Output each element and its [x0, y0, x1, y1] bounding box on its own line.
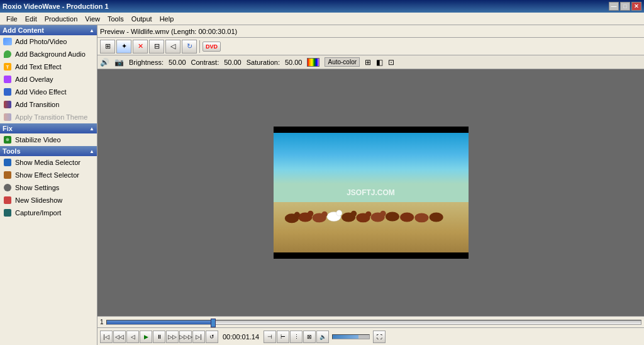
video-content: JSOFTJ.COM: [274, 127, 469, 259]
trans-theme-icon: [3, 112, 13, 122]
video-bottom-bar: [274, 252, 469, 259]
toolbar-btn-prev[interactable]: ◁: [165, 40, 180, 54]
add-photo-video-label: Add Photo/Video: [15, 38, 67, 45]
add-overlay-item[interactable]: Add Overlay: [0, 73, 97, 86]
add-video-effect-label: Add Video Effect: [15, 88, 67, 96]
stabilize-icon: ⊕: [3, 135, 13, 145]
go-end-button[interactable]: ▷|: [192, 331, 205, 343]
loop-button[interactable]: ↺: [206, 331, 218, 343]
maximize-button[interactable]: □: [620, 2, 630, 11]
show-media-selector-item[interactable]: Show Media Selector: [0, 156, 97, 169]
new-slideshow-label: New Slideshow: [15, 196, 62, 204]
capture-import-item[interactable]: Capture/Import: [0, 206, 97, 219]
show-media-selector-label: Show Media Selector: [15, 159, 80, 166]
left-panel: Add Content ▲ Add Photo/Video Add Backgr…: [0, 25, 97, 345]
add-background-audio-item[interactable]: Add Background Audio: [0, 48, 97, 60]
toolbar-btn-split[interactable]: ⊟: [149, 40, 164, 54]
capture-icon: [3, 208, 13, 218]
preview-toolbar: ⊞ ✦ ✕ ⊟ ◁ ↻ DVD: [97, 38, 644, 55]
svg-point-10: [430, 213, 443, 222]
stabilize-video-label: Stabilize Video: [15, 136, 61, 144]
add-overlay-label: Add Overlay: [15, 76, 53, 83]
toolbar-btn-1[interactable]: ⊞: [100, 40, 115, 54]
adj-icon-1[interactable]: ⊞: [365, 58, 371, 67]
add-content-section-header[interactable]: Add Content ▲: [0, 25, 97, 35]
new-slideshow-item[interactable]: New Slideshow: [0, 194, 97, 206]
volume-fill: [333, 335, 358, 339]
right-area: Preview - Wildlife.wmv (Length: 00:00:30…: [97, 25, 644, 345]
toolbar-btn-delete[interactable]: ✕: [133, 40, 148, 54]
auto-color-button[interactable]: Auto-color: [325, 57, 360, 67]
menu-view[interactable]: View: [81, 14, 104, 24]
seek-icon: 1: [100, 319, 104, 325]
app-title: Roxio VideoWave - Production 1: [3, 3, 109, 10]
fix-section-header[interactable]: Fix ▲: [0, 123, 97, 133]
fast-forward-button[interactable]: ▷▷▷: [179, 331, 192, 343]
svg-point-9: [414, 213, 428, 222]
split-button[interactable]: ⋮: [290, 331, 303, 343]
add-video-effect-item[interactable]: Add Video Effect: [0, 86, 97, 98]
dvd-button[interactable]: DVD: [203, 42, 221, 52]
menu-production[interactable]: Production: [41, 14, 82, 24]
seek-bar-row: 1: [97, 316, 644, 327]
svg-point-16: [365, 212, 371, 217]
fix-arrow: ▲: [89, 126, 94, 132]
brightness-value: 50.00: [169, 59, 186, 66]
mark-out-button[interactable]: ⊢: [277, 331, 289, 343]
show-settings-item[interactable]: Show Settings: [0, 181, 97, 194]
preview-area: JSOFTJ.COM: [97, 69, 644, 316]
svg-point-8: [400, 213, 414, 222]
pause-button[interactable]: ⏸: [153, 331, 165, 343]
stabilize-video-item[interactable]: ⊕ Stabilize Video: [0, 133, 97, 146]
toolbar-btn-rotate[interactable]: ↻: [182, 40, 197, 54]
video-watermark: JSOFTJ.COM: [347, 188, 395, 197]
menu-file[interactable]: File: [3, 14, 21, 24]
adj-icon-2[interactable]: ◧: [376, 58, 383, 67]
show-effect-selector-item[interactable]: Show Effect Selector: [0, 169, 97, 181]
step-back-button[interactable]: ◁◁: [113, 331, 126, 343]
apply-transition-theme-item[interactable]: Apply Transition Theme: [0, 111, 97, 123]
menu-bar: File Edit Production View Tools Output H…: [0, 13, 644, 25]
menu-tools[interactable]: Tools: [104, 14, 128, 24]
volume-bar[interactable]: [332, 334, 370, 339]
tools-section-header[interactable]: Tools ▲: [0, 146, 97, 156]
capture-import-label: Capture/Import: [15, 209, 61, 217]
video-effect-icon: [3, 87, 13, 97]
play-button[interactable]: ▶: [140, 331, 152, 343]
menu-edit[interactable]: Edit: [21, 14, 41, 24]
minimize-button[interactable]: —: [609, 2, 619, 11]
mark-in-button[interactable]: ⊣: [264, 331, 276, 343]
close-button[interactable]: ✕: [631, 2, 641, 11]
preview-header: Preview - Wildlife.wmv (Length: 00:00:30…: [97, 25, 644, 38]
speaker-icon[interactable]: 🔊: [100, 58, 109, 67]
contrast-label: Contrast:: [191, 59, 219, 66]
adj-icon-3[interactable]: ⊡: [388, 58, 394, 67]
seek-bar[interactable]: [106, 320, 641, 325]
main-layout: Add Content ▲ Add Photo/Video Add Backgr…: [0, 25, 644, 345]
saturation-label: Saturation:: [247, 59, 280, 66]
overlay-icon: [3, 74, 13, 84]
svg-point-12: [308, 211, 313, 217]
svg-point-15: [351, 211, 357, 217]
add-photo-video-item[interactable]: Add Photo/Video: [0, 35, 97, 48]
fullscreen-button[interactable]: ⛶: [373, 331, 386, 343]
step-forward-button[interactable]: ▷▷: [166, 331, 179, 343]
transition-icon: [3, 99, 13, 110]
apply-transition-theme-label: Apply Transition Theme: [15, 113, 87, 121]
seek-thumb[interactable]: [211, 319, 216, 327]
add-text-effect-label: Add Text Effect: [15, 63, 62, 71]
add-transition-item[interactable]: Add Transition: [0, 98, 97, 111]
add-text-effect-item[interactable]: T Add Text Effect: [0, 60, 97, 73]
menu-output[interactable]: Output: [128, 14, 156, 24]
play-back-button[interactable]: ◁: [126, 331, 139, 343]
toolbar-separator-1: [199, 40, 200, 53]
title-bar: Roxio VideoWave - Production 1 — □ ✕: [0, 0, 644, 13]
svg-point-11: [294, 212, 300, 218]
extract-button[interactable]: ⊠: [303, 331, 316, 343]
camera-icon[interactable]: 📷: [114, 58, 124, 67]
menu-help[interactable]: Help: [156, 14, 178, 24]
show-effect-selector-label: Show Effect Selector: [15, 171, 79, 179]
go-start-button[interactable]: |◁: [100, 331, 113, 343]
vol-down-button[interactable]: 🔈: [316, 331, 329, 343]
toolbar-btn-magic[interactable]: ✦: [116, 40, 131, 54]
